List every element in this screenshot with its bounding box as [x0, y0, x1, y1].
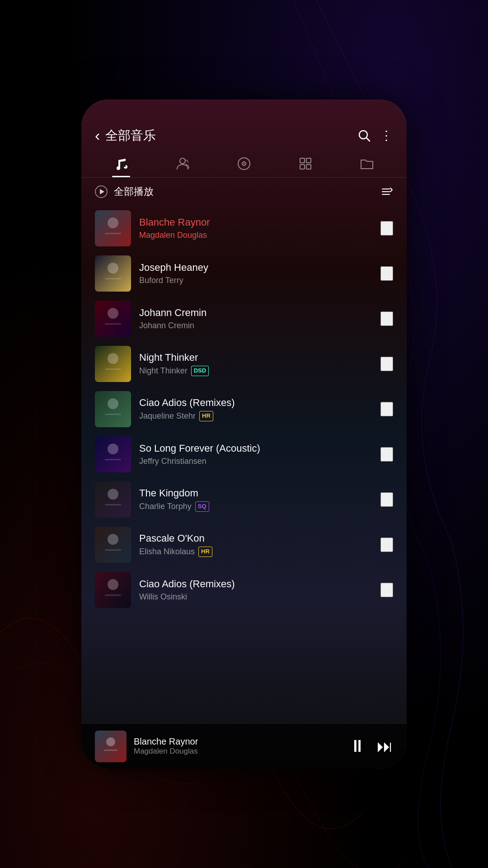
phone-frame: ‹ 全部音乐 ⋮ — [81, 99, 407, 769]
list-item[interactable]: Night Thinker Night Thinker DSD ⋮ — [81, 341, 407, 387]
album-art — [95, 527, 131, 563]
artist-name: Buford Terry — [139, 276, 183, 285]
album-art — [95, 436, 131, 472]
more-options-button[interactable]: ⋮ — [380, 221, 393, 236]
album-art — [95, 572, 131, 608]
albums-icon — [237, 156, 251, 171]
artists-icon — [175, 156, 190, 171]
header-icons: ⋮ — [357, 128, 393, 143]
now-playing-art — [95, 731, 127, 762]
song-title: Johann Cremin — [139, 307, 372, 319]
more-options-button[interactable]: ⋮ — [380, 447, 393, 462]
svg-rect-43 — [105, 594, 121, 596]
sort-button[interactable] — [380, 185, 393, 198]
list-item[interactable]: Johann Cremin Johann Cremin ⋮ — [81, 296, 407, 341]
play-all-left: 全部播放 — [95, 185, 154, 198]
song-artist: Night Thinker DSD — [139, 366, 372, 376]
tab-albums[interactable] — [213, 151, 275, 177]
artist-name: Jeffry Christiansen — [139, 457, 206, 466]
next-button[interactable]: ⏭ — [377, 737, 393, 756]
song-info: Ciao Adios (Remixes) Jaqueline Stehr HR — [139, 397, 372, 421]
svg-rect-10 — [300, 165, 305, 169]
song-title: The Kingdom — [139, 487, 372, 499]
artist-name: Jaqueline Stehr — [139, 411, 196, 421]
album-art — [95, 346, 131, 382]
song-info: Johann Cremin Johann Cremin — [139, 307, 372, 330]
svg-marker-13 — [100, 189, 104, 194]
svg-point-45 — [106, 737, 115, 746]
svg-rect-28 — [105, 368, 121, 370]
song-artist: Elisha Nikolaus HR — [139, 547, 372, 557]
play-all-row[interactable]: 全部播放 — [81, 178, 407, 206]
song-list: Blanche Raynor Magdalen Douglas ⋮ Joseph… — [81, 206, 407, 723]
artist-name: Johann Cremin — [139, 321, 194, 330]
pause-button[interactable]: ⏸ — [349, 736, 366, 756]
list-item[interactable]: Pascale O'Kon Elisha Nikolaus HR ⋮ — [81, 522, 407, 567]
more-options-button[interactable]: ⋮ — [380, 357, 393, 371]
svg-point-30 — [108, 398, 118, 409]
svg-point-21 — [108, 263, 118, 274]
folder-icon — [360, 156, 374, 171]
song-artist: Magdalen Douglas — [139, 231, 372, 240]
svg-rect-19 — [105, 233, 121, 234]
svg-point-33 — [108, 443, 118, 454]
now-playing-info: Blanche Raynor Magdalen Douglas — [134, 736, 342, 756]
song-artist: Jeffry Christiansen — [139, 457, 372, 466]
svg-point-2 — [117, 166, 120, 170]
svg-rect-31 — [105, 414, 121, 415]
album-art — [95, 255, 131, 292]
svg-point-4 — [180, 158, 185, 164]
tab-bar — [81, 151, 407, 178]
music-icon — [114, 156, 128, 171]
svg-rect-11 — [306, 165, 311, 169]
svg-point-7 — [244, 163, 245, 165]
album-art — [95, 210, 131, 246]
more-options-button[interactable]: ⋮ — [380, 311, 393, 326]
svg-rect-8 — [300, 158, 305, 163]
song-info: Blanche Raynor Magdalen Douglas — [139, 217, 372, 240]
page-title: 全部音乐 — [105, 127, 156, 144]
list-item[interactable]: Ciao Adios (Remixes) Willis Osinski ⋮ — [81, 567, 407, 613]
song-title: So Long Forever (Acoustic) — [139, 443, 372, 454]
list-item[interactable]: Blanche Raynor Magdalen Douglas ⋮ — [81, 206, 407, 251]
song-title: Ciao Adios (Remixes) — [139, 397, 372, 409]
song-artist: Buford Terry — [139, 276, 372, 285]
song-info: The Kingdom Charlie Torphy SQ — [139, 487, 372, 511]
more-options-button[interactable]: ⋮ — [380, 492, 393, 507]
quality-badge: DSD — [191, 366, 209, 376]
song-title: Night Thinker — [139, 352, 372, 363]
svg-rect-22 — [105, 278, 121, 279]
list-item[interactable]: Ciao Adios (Remixes) Jaqueline Stehr HR … — [81, 387, 407, 432]
tab-music[interactable] — [90, 151, 152, 177]
song-artist: Charlie Torphy SQ — [139, 501, 372, 511]
tab-artists[interactable] — [152, 151, 213, 177]
song-artist: Johann Cremin — [139, 321, 372, 330]
album-art — [95, 391, 131, 427]
song-title: Ciao Adios (Remixes) — [139, 578, 372, 590]
artist-name: Elisha Nikolaus — [139, 547, 195, 557]
more-options-button[interactable]: ⋮ — [380, 266, 393, 281]
status-bar — [81, 99, 407, 122]
quality-badge: HR — [199, 411, 213, 421]
more-options-button[interactable]: ⋮ — [380, 538, 393, 552]
svg-rect-25 — [105, 323, 121, 325]
search-button[interactable] — [357, 129, 371, 142]
now-playing-bar[interactable]: Blanche Raynor Magdalen Douglas ⏸ ⏭ — [81, 723, 407, 769]
back-button[interactable]: ‹ — [95, 127, 100, 144]
more-options-button[interactable]: ⋮ — [380, 583, 393, 597]
list-item[interactable]: Joseph Heaney Buford Terry ⋮ — [81, 251, 407, 296]
app-screen: ‹ 全部音乐 ⋮ — [81, 99, 407, 769]
list-item[interactable]: So Long Forever (Acoustic) Jeffry Christ… — [81, 432, 407, 477]
more-options-button[interactable]: ⋮ — [380, 128, 393, 143]
svg-point-39 — [108, 534, 118, 545]
svg-point-24 — [108, 308, 118, 319]
more-options-button[interactable]: ⋮ — [380, 402, 393, 416]
tab-playlists[interactable] — [275, 151, 336, 177]
song-title: Pascale O'Kon — [139, 533, 372, 544]
sort-icon — [380, 185, 393, 198]
svg-rect-37 — [105, 504, 121, 505]
tab-folders[interactable] — [336, 151, 398, 177]
header: ‹ 全部音乐 ⋮ — [81, 122, 407, 151]
album-art — [95, 481, 131, 518]
list-item[interactable]: The Kingdom Charlie Torphy SQ ⋮ — [81, 477, 407, 522]
